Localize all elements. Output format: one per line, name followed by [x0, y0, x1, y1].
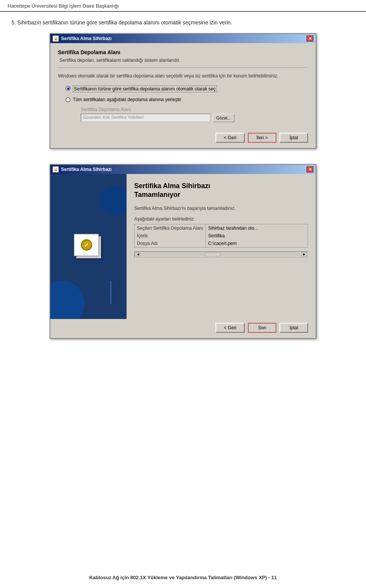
table-row: Seçilen Sertifika Depolama AlanıSihirbaz… [135, 224, 308, 232]
table-scrollbar[interactable]: ◀ ▶ [134, 251, 308, 258]
radio-item-1[interactable]: Sertifikanın türüne göre sertifika depol… [66, 85, 308, 92]
completion-title: Sertifika Alma Sihirbazı Tamamlanıyor [134, 182, 308, 200]
radio1-circle[interactable] [66, 86, 71, 91]
decor-line [110, 281, 111, 304]
dialog1-footer: < Geri İleri > İptal [50, 127, 316, 148]
dialog1-next-button[interactable]: İleri > [248, 133, 276, 143]
table-value: C:\cacert.pem [206, 240, 308, 248]
dialog1-close-button[interactable]: ✕ [307, 35, 313, 42]
completion-desc: Sertifika Alma Sihirbazı'nı başarıyla ta… [134, 206, 308, 211]
dialog2-back-button[interactable]: < Geri [215, 323, 245, 333]
radio-item-2[interactable]: Tüm sertifikaları aşağıdaki depolama ala… [66, 97, 308, 102]
dialog2-cancel-button[interactable]: İptal [279, 323, 308, 333]
dialog1-section-subtitle: Sertifika depoları, sertifikaların sakla… [58, 58, 308, 63]
browse-button[interactable]: Gözat... [213, 114, 234, 122]
scroll-thumb-area [141, 253, 301, 256]
dialog2-body: ✓ Sertifika Alma Sihirbazı Tamamlanıyor … [50, 174, 316, 319]
dialog1-body: Sertifika Depolama Alanı Sertifika depol… [50, 43, 316, 127]
radio2-label: Tüm sertifikaları aşağıdaki depolama ala… [73, 97, 181, 102]
dialog2-right-panel: Sertifika Alma Sihirbazı Tamamlanıyor Se… [127, 174, 316, 319]
dialog1-back-button[interactable]: < Geri [215, 133, 245, 143]
dialog1-section-title: Sertifika Depolama Alanı [58, 49, 308, 55]
dialog1-radio-group: Sertifikanın türüne göre sertifika depol… [66, 85, 308, 122]
step5-text: 5. Sihirbazın sertifikanın türüne göre s… [11, 19, 355, 26]
header-title: Hacettepe Üniversitesi Bilgi İşlem Daire… [8, 3, 119, 9]
scroll-thumb[interactable] [205, 253, 220, 256]
decor-circle-2 [100, 185, 127, 216]
dialog1-titlebar-left: 🔒 Sertifika Alma Sihirbazı [53, 35, 112, 42]
cert-paper-front: ✓ [74, 234, 99, 256]
cert-seal: ✓ [81, 239, 92, 251]
dialog2-titlebar-text: Sertifika Alma Sihirbazı [61, 167, 112, 172]
dialog2-footer: < Geri Son İptal [50, 319, 316, 338]
page-footer: Kablosuz Ağ için 802.1X Yükleme ve Yapıl… [0, 575, 366, 580]
dialog2-left-panel: ✓ [50, 174, 127, 319]
table-key: Dosya Adı [135, 240, 206, 248]
dialog1-cancel-button[interactable]: İptal [279, 133, 308, 143]
radio2-circle[interactable] [66, 97, 71, 102]
radio1-label: Sertifikanın türüne göre sertifika depol… [73, 85, 217, 92]
completion-settings-label: Aşağıdaki ayarları belirlediniz: [134, 216, 308, 222]
dialog2-titlebar: 🔒 Sertifika Alma Sihirbazı ✕ [50, 165, 316, 174]
dialog1-divider [58, 68, 308, 68]
depolama-row: Güvenilen Kök Sertifika Yetkilileri Göza… [81, 114, 308, 122]
dialog1-titlebar-text: Sertifika Alma Sihirbazı [61, 36, 112, 41]
depolama-label: Sertifika Depolama Alanı: [81, 107, 308, 112]
table-row: İçerikSertifika [135, 232, 308, 240]
table-row: Dosya AdıC:\cacert.pem [135, 240, 308, 248]
dialog2-titlebar-left: 🔒 Sertifika Alma Sihirbazı [53, 166, 112, 172]
depolama-group: Sertifika Depolama Alanı: Güvenilen Kök … [81, 107, 308, 122]
dialog1-description: Windows otomatik olarak bir sertifika de… [58, 72, 308, 79]
scroll-right-arrow[interactable]: ▶ [302, 252, 307, 257]
page-header: Hacettepe Üniversitesi Bilgi İşlem Daire… [0, 0, 366, 12]
table-key: İçerik [135, 232, 206, 240]
dialog2-close-button[interactable]: ✕ [307, 166, 313, 172]
dialog2-finish-button[interactable]: Son [248, 323, 276, 333]
cert-icon-wrapper: ✓ [73, 233, 104, 260]
dialog2: 🔒 Sertifika Alma Sihirbazı ✕ ✓ [50, 164, 316, 339]
footer-text: Kablosuz Ağ için 802.1X Yükleme ve Yapıl… [89, 575, 277, 580]
settings-table: Seçilen Sertifika Depolama AlanıSihirbaz… [134, 224, 308, 248]
dialog1: 🔒 Sertifika Alma Sihirbazı ✕ Sertifika D… [50, 33, 316, 149]
page-content: 5. Sihirbazın sertifikanın türüne göre s… [0, 12, 366, 362]
depolama-input: Güvenilen Kök Sertifika Yetkilileri [81, 114, 210, 122]
dialog1-titlebar: 🔒 Sertifika Alma Sihirbazı ✕ [50, 34, 316, 43]
table-value: Sertifika [206, 232, 308, 240]
table-value: Sihirbaz tarafından oto... [206, 224, 308, 232]
table-key: Seçilen Sertifika Depolama Alanı [135, 224, 206, 232]
scroll-left-arrow[interactable]: ◀ [135, 252, 141, 257]
dialog2-titlebar-icon: 🔒 [53, 166, 59, 172]
decor-circle-1 [50, 281, 85, 319]
dialog1-titlebar-icon: 🔒 [53, 35, 59, 42]
